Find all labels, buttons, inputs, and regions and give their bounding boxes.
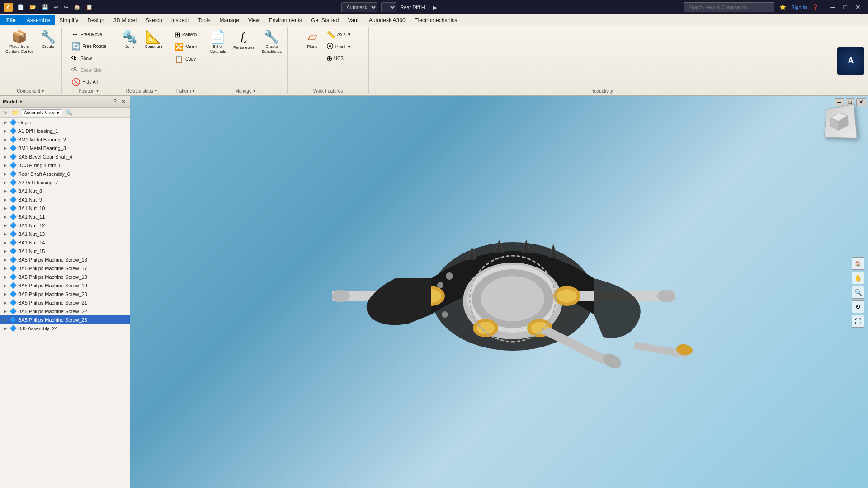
menu-simplify[interactable]: Simplify bbox=[55, 15, 83, 25]
tree-item-ba1_15[interactable]: ▶ 🔷 BA1 Nut_15 bbox=[0, 247, 130, 255]
undo-button[interactable]: ↩ bbox=[52, 3, 60, 11]
assembly-view-select[interactable]: Assembly View ▼ bbox=[22, 109, 62, 116]
free-rotate-button[interactable]: 🔄 Free Rotate bbox=[69, 41, 108, 52]
menu-vault[interactable]: Vault bbox=[343, 15, 364, 25]
help-sidebar-button[interactable]: ? bbox=[112, 98, 118, 105]
pattern-button[interactable]: ⊞ Pattern bbox=[172, 29, 199, 40]
menu-tools[interactable]: Tools bbox=[193, 15, 215, 25]
model-dropdown-arrow[interactable]: ▼ bbox=[19, 99, 23, 104]
tree-item-ba1_12[interactable]: ▶ 🔷 BA1 Nut_12 bbox=[0, 221, 130, 230]
tree-item-rsa[interactable]: ▶ 🔷 Rear Shaft Assembly_6 bbox=[0, 169, 130, 178]
axis-button[interactable]: 📏 Axis ▼ bbox=[324, 29, 354, 40]
save-button[interactable]: 💾 bbox=[40, 3, 50, 11]
sign-in-link[interactable]: Sign In bbox=[791, 5, 807, 10]
plane-button[interactable]: ▱ Plane bbox=[302, 29, 322, 51]
menu-sketch[interactable]: Sketch bbox=[141, 15, 167, 25]
expand-arrow-rsa: ▶ bbox=[4, 172, 8, 176]
menu-manage[interactable]: Manage bbox=[215, 15, 244, 25]
tree-item-ba1_8[interactable]: ▶ 🔷 BA1 Nut_8 bbox=[0, 187, 130, 195]
joint-button[interactable]: 🔩 Joint bbox=[119, 29, 140, 51]
menu-inspect[interactable]: Inspect bbox=[167, 15, 193, 25]
3d-viewport[interactable]: ─ □ ✕ bbox=[130, 96, 868, 488]
search-tree-button[interactable]: 🔍 bbox=[64, 109, 74, 116]
tree-item-ba5_19[interactable]: ▶ 🔷 BA5 Philips Machine Screw_19 bbox=[0, 281, 130, 290]
new-button[interactable]: 📄 bbox=[15, 3, 26, 11]
menu-file[interactable]: File bbox=[0, 15, 22, 25]
open-button[interactable]: 📂 bbox=[28, 3, 38, 11]
view-cube-3d[interactable] bbox=[824, 104, 858, 139]
manage-group-arrow[interactable]: ▼ bbox=[252, 89, 256, 93]
workspace-dropdown[interactable]: Autodesk bbox=[341, 2, 377, 12]
tree-item-bc3[interactable]: ▶ 🔷 BC3 E-ring 4 mm_5 bbox=[0, 161, 130, 169]
pattern-group-arrow[interactable]: ▼ bbox=[192, 89, 195, 93]
constrain-button[interactable]: 📐 Constrain bbox=[142, 29, 165, 51]
project-button[interactable]: 📋 bbox=[84, 3, 94, 11]
tree-item-ba5_18[interactable]: ▶ 🔷 BA5 Philips Machine Screw_18 bbox=[0, 272, 130, 281]
tree-item-ba1_11[interactable]: ▶ 🔷 BA1 Nut_11 bbox=[0, 212, 130, 221]
full-screen-button[interactable]: ⛶ bbox=[852, 315, 864, 328]
show-sick-button[interactable]: 👁 Show Sick bbox=[69, 65, 104, 75]
copy-button[interactable]: 📋 Copy bbox=[172, 53, 198, 65]
tree-item-ba5_22[interactable]: ▶ 🔷 BA5 Philips Machine Screw_22 bbox=[0, 307, 130, 315]
zoom-fit-button[interactable]: 🏠 bbox=[852, 257, 864, 270]
close-sidebar-button[interactable]: ✕ bbox=[120, 98, 127, 105]
file-dropdown[interactable] bbox=[381, 2, 396, 12]
tree-item-a2[interactable]: ▶ 🔷 A2 Diff Housing_7 bbox=[0, 178, 130, 187]
model-title[interactable]: Model ▼ bbox=[3, 99, 23, 104]
tree-item-ba5_17[interactable]: ▶ 🔷 BA5 Philips Machine Screw_17 bbox=[0, 264, 130, 272]
tree-item-ba5_16[interactable]: ▶ 🔷 BA5 Philips Machine Screw_16 bbox=[0, 255, 130, 264]
filter-button[interactable]: ▽ bbox=[2, 109, 9, 116]
tree-item-sa5[interactable]: ▶ 🔷 SA5 Bevel Gear Shaft_4 bbox=[0, 152, 130, 161]
tree-item-ba1_9[interactable]: ▶ 🔷 BA1 Nut_9 bbox=[0, 195, 130, 204]
menu-design[interactable]: Design bbox=[83, 15, 108, 25]
item-icon-ba1_15: 🔷 bbox=[9, 248, 17, 254]
tree-item-ba1_13[interactable]: ▶ 🔷 BA1 Nut_13 bbox=[0, 230, 130, 238]
point-button[interactable]: ⦿ Point ▼ bbox=[324, 41, 354, 52]
place-from-content-center-button[interactable]: 📦 Place fromContent Center bbox=[3, 29, 36, 56]
tree-item-bm1_3[interactable]: ▶ 🔷 BM1 Metal Bearing_3 bbox=[0, 144, 130, 152]
zoom-button[interactable]: 🔍 bbox=[852, 286, 864, 299]
mirror-button[interactable]: 🔀 Mirror bbox=[172, 41, 199, 52]
folder-button[interactable]: 📁 bbox=[10, 109, 20, 116]
menu-getstarted[interactable]: Get Started bbox=[307, 15, 343, 25]
menu-assemble[interactable]: Assemble bbox=[22, 15, 55, 25]
tree-item-bm1_2[interactable]: ▶ 🔷 BM1 Metal Bearing_2 bbox=[0, 135, 130, 144]
tree-item-origin[interactable]: ▶ 🔷 Origin bbox=[0, 118, 130, 127]
hide-all-button[interactable]: 🚫 Hide All bbox=[69, 76, 100, 88]
close-button[interactable]: ✕ bbox=[852, 0, 864, 14]
redo-button[interactable]: ↪ bbox=[62, 3, 70, 11]
menu-3dmodel[interactable]: 3D Model bbox=[109, 15, 141, 25]
menu-electro[interactable]: Electromechanical bbox=[410, 15, 463, 25]
menu-view[interactable]: View bbox=[244, 15, 264, 25]
tree-item-a1[interactable]: ▶ 🔷 A1 Diff Housing_1 bbox=[0, 127, 130, 135]
tree-item-ba5_20[interactable]: ▶ 🔷 BA5 Philips Machine Screw_20 bbox=[0, 290, 130, 298]
create-substitutes-button[interactable]: 🔧 CreateSubstitutes bbox=[259, 29, 285, 56]
view-cube[interactable] bbox=[823, 105, 859, 141]
tree-item-ba1_10[interactable]: ▶ 🔷 BA1 Nut_10 bbox=[0, 204, 130, 212]
minimize-button[interactable]: ─ bbox=[827, 0, 839, 14]
tree-item-ba5_21[interactable]: ▶ 🔷 BA5 Philips Machine Screw_21 bbox=[0, 298, 130, 307]
quick-access-toolbar: 📄 📂 💾 ↩ ↪ 🏠 📋 bbox=[15, 3, 94, 11]
component-group-arrow[interactable]: ▼ bbox=[41, 89, 45, 93]
menu-a360[interactable]: Autodesk A360 bbox=[364, 15, 410, 25]
tree-item-ba1_14[interactable]: ▶ 🔷 BA1 Nut_14 bbox=[0, 238, 130, 247]
free-move-button[interactable]: ↔ Free Move bbox=[69, 29, 104, 40]
expand-title-button[interactable]: ▶ bbox=[433, 4, 437, 11]
position-group-arrow[interactable]: ▼ bbox=[95, 89, 99, 93]
tree-item-ba5_23[interactable]: ▶ 🔷 BA5 Philips Machine Screw_23 bbox=[0, 315, 130, 324]
menu-environments[interactable]: Environments bbox=[264, 15, 307, 25]
ucs-button[interactable]: ⊕ UCS bbox=[324, 53, 354, 64]
search-input[interactable] bbox=[684, 2, 774, 12]
maximize-button[interactable]: □ bbox=[840, 0, 851, 14]
show-button[interactable]: 👁 Show bbox=[69, 53, 94, 64]
help-button[interactable]: ❓ bbox=[810, 3, 821, 11]
orbit-button[interactable]: ↻ bbox=[852, 300, 864, 313]
bill-of-materials-button[interactable]: 📄 Bill ofMaterials bbox=[207, 29, 229, 56]
parameters-button[interactable]: fx Parameters bbox=[231, 29, 257, 52]
relationships-group-arrow[interactable]: ▼ bbox=[154, 89, 158, 93]
create-button[interactable]: 🔧 Create bbox=[38, 29, 59, 51]
bookmark-button[interactable]: ⭐ bbox=[777, 3, 788, 11]
tree-item-bj5_24[interactable]: ▶ 🔷 BJ5 Assembly_24 bbox=[0, 324, 130, 333]
pan-button[interactable]: ✋ bbox=[852, 272, 864, 284]
home-button[interactable]: 🏠 bbox=[72, 3, 82, 11]
